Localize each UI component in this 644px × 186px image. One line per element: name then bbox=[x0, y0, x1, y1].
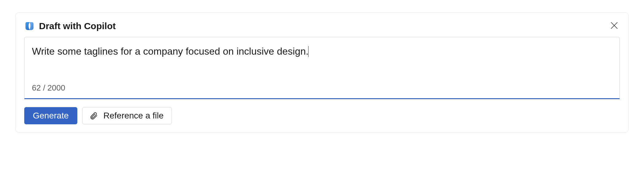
paperclip-icon bbox=[89, 111, 98, 120]
prompt-input[interactable]: Write some taglines for a company focuse… bbox=[24, 37, 620, 99]
prompt-text: Write some taglines for a company focuse… bbox=[32, 45, 612, 72]
generate-button[interactable]: Generate bbox=[24, 107, 77, 124]
header-left: Draft with Copilot bbox=[24, 21, 116, 31]
text-caret bbox=[308, 46, 308, 57]
dialog-title: Draft with Copilot bbox=[39, 21, 116, 31]
copilot-icon bbox=[24, 21, 35, 31]
close-icon bbox=[610, 21, 619, 31]
copilot-draft-dialog: Draft with Copilot Write some taglines f… bbox=[15, 12, 629, 133]
dialog-footer: Generate Reference a file bbox=[24, 107, 620, 124]
dialog-header: Draft with Copilot bbox=[24, 20, 620, 32]
close-button[interactable] bbox=[609, 20, 620, 32]
character-count: 62 / 2000 bbox=[32, 83, 612, 93]
prompt-text-value: Write some taglines for a company focuse… bbox=[32, 46, 308, 57]
reference-file-label: Reference a file bbox=[103, 111, 164, 121]
reference-file-button[interactable]: Reference a file bbox=[82, 107, 172, 124]
